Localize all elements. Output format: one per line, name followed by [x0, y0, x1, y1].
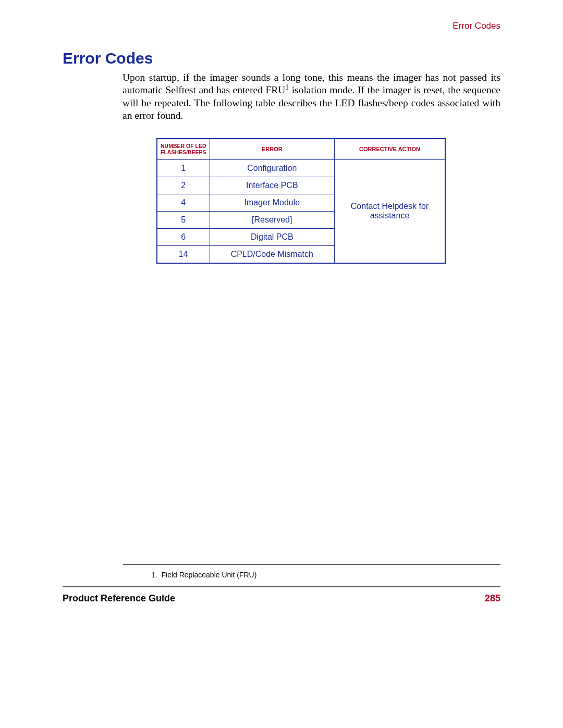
cell-num: 4	[157, 194, 210, 211]
cell-num: 6	[157, 228, 210, 245]
th-action: Corrective Action	[335, 139, 445, 160]
table-header-row: Number of LED Flashes/Beeps Error Correc…	[157, 139, 445, 160]
footnote-1: 1. Field Replaceable Unit (FRU)	[151, 571, 256, 579]
cell-error: Digital PCB	[210, 228, 335, 245]
th-error: Error	[210, 139, 335, 160]
header-section-label: Error Codes	[63, 21, 500, 31]
th-line2: Flashes/Beeps	[161, 149, 206, 156]
table-row: 1 Configuration Contact Helpdesk for ass…	[157, 159, 445, 177]
footnote-marker: 1.	[151, 571, 157, 579]
cell-num: 2	[157, 177, 210, 194]
page-footer: Product Reference Guide 285	[63, 593, 500, 604]
cell-action-merged: Contact Helpdesk for assistance	[335, 159, 445, 263]
cell-error: CPLD/Code Mismatch	[210, 245, 335, 263]
cell-error: Interface PCB	[210, 177, 335, 194]
intro-paragraph: Upon startup, if the imager sounds a lon…	[123, 71, 500, 122]
footnote-separator	[123, 564, 500, 565]
error-codes-table: Number of LED Flashes/Beeps Error Correc…	[156, 138, 446, 264]
footer-page-number: 285	[485, 593, 500, 604]
error-codes-table-wrap: Number of LED Flashes/Beeps Error Correc…	[156, 138, 446, 264]
cell-num: 5	[157, 211, 210, 228]
footer-guide-title: Product Reference Guide	[63, 593, 175, 604]
footer-separator	[63, 586, 500, 587]
th-line1: Number of LED	[161, 143, 206, 150]
footnote-text: Field Replaceable Unit (FRU)	[161, 571, 256, 579]
cell-error: [Reserved]	[210, 211, 335, 228]
th-number-led: Number of LED Flashes/Beeps	[157, 139, 210, 160]
cell-error: Imager Module	[210, 194, 335, 211]
cell-num: 1	[157, 159, 210, 177]
page-title: Error Codes	[63, 50, 500, 67]
cell-num: 14	[157, 245, 210, 263]
cell-error: Configuration	[210, 159, 335, 177]
